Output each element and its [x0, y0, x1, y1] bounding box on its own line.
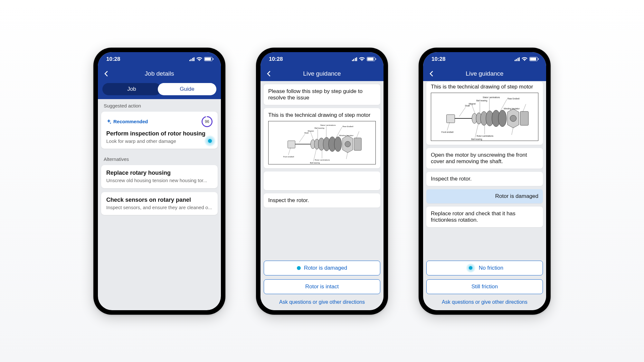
technical-drawing: [431, 93, 538, 141]
still-friction-button[interactable]: Still friction: [426, 279, 543, 294]
empty-msg: [264, 172, 380, 190]
tab-guide[interactable]: Guide: [158, 83, 216, 95]
drawing-msg: This is the technical drawing of step mo…: [264, 108, 380, 168]
signal-icon: [352, 57, 357, 61]
wifi-icon: [196, 57, 202, 61]
alt1-subtitle: Unscrew old housing tension new housing …: [106, 177, 213, 184]
confidence-score: 96: [202, 116, 213, 127]
page-title: Live guidance: [303, 70, 341, 77]
signal-icon: [189, 57, 195, 61]
alternative-card-2[interactable]: Check sensors on rotary panel Inspect se…: [101, 192, 218, 215]
ask-questions-link[interactable]: Ask questions or give other directions: [264, 298, 380, 307]
tab-job[interactable]: Job: [102, 83, 161, 95]
inspect-msg: Inspect the rotor.: [264, 193, 380, 208]
wifi-icon: [359, 57, 365, 61]
back-button[interactable]: [266, 70, 272, 77]
sparkle-icon: [106, 119, 111, 124]
recommended-card[interactable]: Recommended 96 Perform inspection of rot…: [101, 112, 218, 149]
alt2-title: Check sensors on rotary panel: [106, 197, 213, 203]
signal-icon: [515, 57, 520, 61]
back-button[interactable]: [103, 70, 109, 77]
drawing-msg: This is the technical drawing of step mo…: [426, 82, 543, 145]
battery-icon: [529, 57, 538, 61]
status-time: 10:28: [106, 56, 120, 62]
page-title: Live guidance: [466, 70, 503, 77]
alt2-subtitle: Inspect sensors, and ensure they are cle…: [106, 204, 213, 211]
inspect-msg: Inspect the rotor.: [426, 172, 543, 186]
highlight-dot-icon: [297, 266, 301, 270]
rec-subtitle: Look for warp and other damage: [106, 138, 213, 144]
rotor-damaged-button[interactable]: Rotor is damaged: [264, 261, 380, 275]
status-time: 10:28: [269, 56, 283, 62]
recommended-badge: Recommended: [106, 119, 148, 124]
phone-mockup-1: 10:28 Job details Job Guide Suggested ac…: [93, 48, 225, 315]
guidance-intro-msg: Please follow this step by step guide to…: [264, 84, 380, 105]
highlight-indicator: [204, 135, 216, 147]
section-alternatives-label: Alternatives: [101, 153, 218, 165]
battery-icon: [204, 57, 213, 61]
highlight-indicator: [466, 263, 476, 273]
alternative-card-1[interactable]: Replace rotary housing Unscrew old housi…: [101, 165, 218, 188]
page-title: Job details: [145, 70, 174, 77]
no-friction-button[interactable]: No friction: [426, 261, 543, 275]
status-time: 10:28: [431, 56, 445, 62]
wifi-icon: [522, 57, 527, 61]
app-header: Live guidance: [423, 66, 546, 81]
status-bar: 10:28: [423, 52, 546, 66]
rec-title: Perform inspection of rotor housing: [106, 130, 213, 137]
back-button[interactable]: [428, 70, 435, 77]
status-bar: 10:28: [260, 52, 384, 66]
phone-mockup-2: 10:28 Live guidance Please follow this s…: [256, 48, 388, 315]
app-header: Live guidance: [260, 66, 384, 81]
user-response-msg: Rotor is damaged: [426, 189, 543, 203]
status-bar: 10:28: [98, 52, 221, 66]
section-suggested-label: Suggested action: [101, 99, 218, 112]
app-header: Job details: [98, 66, 221, 81]
replace-rotor-msg: Replace rotor and check that it has fric…: [426, 207, 543, 227]
ask-questions-link[interactable]: Ask questions or give other directions: [426, 298, 543, 307]
battery-icon: [367, 57, 375, 61]
technical-drawing: [268, 121, 376, 164]
phone-mockup-3: 10:28 Live guidance This is the technica…: [419, 48, 551, 315]
open-motor-msg: Open the motor by unscrewing the front c…: [426, 148, 543, 169]
rotor-intact-button[interactable]: Rotor is intact: [264, 279, 380, 294]
tab-row: Job Guide: [98, 81, 221, 99]
alt1-title: Replace rotary housing: [106, 170, 213, 176]
